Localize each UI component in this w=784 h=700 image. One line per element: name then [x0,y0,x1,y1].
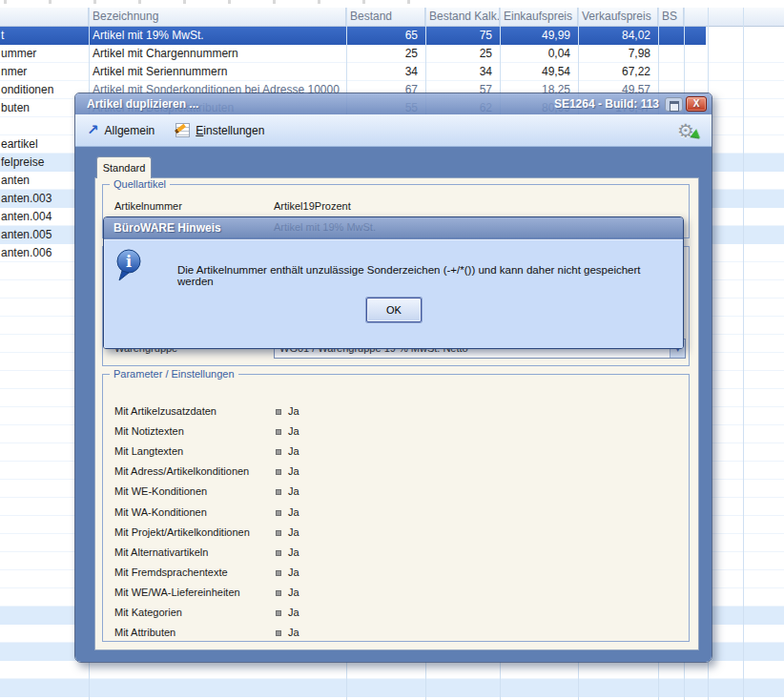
cell-fragment: ummer [0,45,89,63]
cell-fragment: nmer [0,63,89,81]
cell-verkaufspreis [578,679,658,697]
window-title: Artikel duplizieren ... [87,97,198,111]
table-row[interactable]: ummerArtikel mit Chargennummern25250,047… [0,45,784,63]
cell-verkaufspreis: 67,22 [578,63,658,81]
column-header-einkaufspreis[interactable]: Einkaufspreis [500,8,578,26]
parameter-row[interactable]: Mit WA-KonditionenJa [103,506,675,521]
cell-bezeichnung: Artikel mit 19% MwSt. [89,27,346,45]
parameter-value[interactable]: Ja [288,405,299,417]
gear-icon: ⚙ [677,119,694,142]
column-header-bestand-kalk-[interactable]: Bestand Kalk. [425,8,500,26]
table-row[interactable]: tArtikel mit 19% MwSt.657549,9984,02 [0,27,706,45]
parameter-label: Mit WE/WA-Liefereinheiten [114,587,240,598]
cell-einkaufspreis [500,661,578,679]
cell-verkaufspreis: 84,02 [578,27,658,45]
parameter-row[interactable]: Mit Projekt/ArtikelkonditionenJa [103,526,675,541]
cell-bestand_kalk [425,679,500,697]
parameter-value[interactable]: Ja [288,425,299,437]
parameter-label: Mit Kategorien [114,607,182,618]
parameter-row[interactable]: Mit AttributenJa [103,627,675,641]
cell-bestand_kalk: 25 [425,45,500,63]
bullet-icon [276,469,281,475]
group-quellartikel-title: Quellartikel [110,178,170,191]
close-button[interactable]: X [686,96,707,112]
column-header-bs[interactable]: BS [658,8,684,26]
restore-button[interactable] [665,97,683,112]
column-header-bestand[interactable]: Bestand [346,8,425,26]
parameter-value[interactable]: Ja [288,506,299,518]
parameter-value[interactable]: Ja [288,526,299,538]
artikel-duplizieren-window: Artikel duplizieren ... SE1264 - Build: … [74,93,712,663]
parameter-label: Mit Attributen [114,627,175,638]
bullet-icon [276,590,281,596]
message-box-title: BüroWARE Hinweis [113,221,221,235]
column-header-artikelnummer[interactable] [0,8,89,26]
bullet-icon [276,570,281,576]
cell-einkaufspreis: 49,99 [500,27,578,45]
table-row[interactable]: nmerArtikel mit Seriennummern343449,5467… [0,63,784,81]
toolbar-item-einstellungen[interactable]: Einstellungen [175,123,264,137]
cell-bs [658,63,684,81]
parameter-value[interactable]: Ja [288,485,299,497]
parameter-row[interactable]: Mit NotiztextenJa [103,425,675,440]
parameter-row[interactable]: Mit WE/WA-LiefereinheitenJa [103,587,675,601]
parameter-value[interactable]: Ja [288,566,299,578]
cell-bestand_kalk [425,661,500,679]
parameter-value[interactable]: Ja [288,627,299,638]
parameter-row[interactable]: Mit FremdsprachentexteJa [103,566,675,581]
toolbar-item-einstellungen-label: Einstellungen [196,124,264,137]
column-header-verkaufspreis[interactable]: Verkaufspreis [578,8,658,26]
cell-fragment [0,679,89,697]
cell-bestand_kalk: 34 [425,63,500,81]
parameter-value[interactable]: Ja [288,607,299,618]
window-title-bar[interactable]: Artikel duplizieren ... SE1264 - Build: … [75,93,712,114]
parameter-label: Mit Adress/Artikelkonditionen [114,465,249,477]
parameter-label: Mit WA-Konditionen [114,506,207,518]
parameter-value[interactable]: Ja [288,465,299,477]
cell-bezeichnung [89,679,346,697]
cell-bezeichnung [89,661,346,679]
bullet-icon [276,449,281,455]
column-header-bezeichnung[interactable]: Bezeichnung [89,8,346,26]
parameter-value[interactable]: Ja [288,445,299,457]
parameter-row[interactable]: Mit KategorienJa [103,607,675,621]
parameter-row[interactable]: Mit WE-KonditionenJa [103,485,675,500]
info-icon: i [115,249,142,283]
parameter-label: Mit Langtexten [114,445,183,457]
dialog-toolbar: ↗ Allgemein Einstellungen ⚙ [75,114,712,147]
message-box-body: i Die Artikelnummer enthält unzulässige … [104,239,683,348]
parameter-row[interactable]: Mit LangtextenJa [103,445,675,460]
cell-bs [658,45,684,63]
bullet-icon [276,409,281,415]
cell-bestand [346,679,425,697]
bullet-icon [276,610,281,616]
table-header-row: BezeichnungBestandBestand Kalk.Einkaufsp… [0,8,784,27]
cell-bestand: 25 [346,45,425,63]
cell-bezeichnung: Artikel mit Chargennummern [89,45,346,63]
bullet-icon [276,510,281,516]
cell-verkaufspreis: 7,98 [578,45,658,63]
bullet-icon [276,530,281,536]
grid-line [743,8,744,700]
ok-button[interactable]: OK [366,298,422,322]
parameter-value[interactable]: Ja [288,546,299,558]
cell-bestand_kalk: 75 [425,27,500,45]
process-button[interactable]: ⚙ [677,119,700,142]
message-text: Die Artikelnummer enthält unzulässige So… [177,264,673,287]
tab-standard[interactable]: Standard [96,156,152,178]
restore-icon [670,101,679,112]
parameter-row[interactable]: Mit AlternativartikelnJa [103,546,675,561]
message-box-title-bar[interactable]: BüroWARE Hinweis [104,217,683,239]
parameter-value[interactable]: Ja [288,587,299,598]
parameter-label: Mit Fremdsprachentexte [114,566,228,578]
toolbar-item-allgemein[interactable]: ↗ Allgemein [87,123,155,137]
cell-bs [658,679,684,697]
artikelnummer-label: Artikelnummer [114,200,182,212]
toolbar-item-allgemein-label: Allgemein [105,124,155,137]
table-row[interactable] [0,661,784,679]
parameter-row[interactable]: Mit Adress/ArtikelkonditionenJa [103,465,675,480]
cell-bs [658,27,684,45]
screen: BezeichnungBestandBestand Kalk.Einkaufsp… [0,0,784,700]
table-row[interactable] [0,679,784,697]
parameter-row[interactable]: Mit ArtikelzusatzdatenJa [103,405,675,420]
